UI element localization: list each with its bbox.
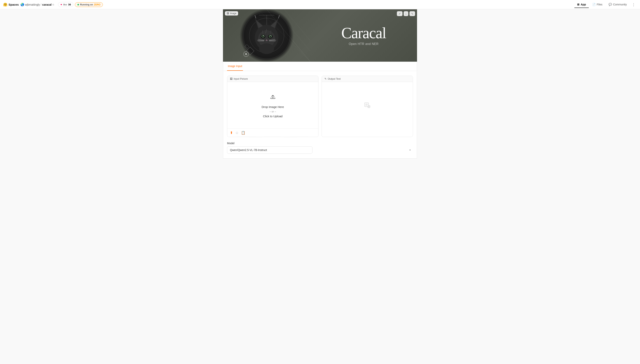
running-badge: Running on ZERO [75,2,103,7]
or-text: – or – [270,110,276,113]
like-label: like [63,3,67,6]
breadcrumb-repo: caracal [42,3,51,6]
breadcrumb-user: 🌏 wjbmattingly [20,3,40,6]
banner-label: 🖼 Image [225,11,238,16]
community-icon: 💬 [608,3,612,6]
output-icon: ✎ [324,77,327,80]
click-upload-text: Click to Upload [263,114,283,118]
output-panel: ✎ Output Text [322,76,413,137]
banner-subtitle: Open HTR and NER [349,42,379,46]
spaces-label: Spaces [9,3,19,6]
output-panel-body [322,82,413,128]
svg-point-26 [259,44,274,54]
output-panel-title: Output Text [328,77,341,80]
model-select-wrapper: Qwen/Qwen2.5-VL-7B-Instruct Qwen/Qwen2.5… [227,146,413,154]
banner-label-text: Image [230,12,236,15]
chevron-down-icon: ▾ [409,149,411,152]
tab-files[interactable]: 📄 Files [589,1,605,8]
svg-point-14 [263,35,264,36]
banner-left [223,9,310,62]
running-label: Running on [80,3,93,6]
svg-line-6 [279,15,280,18]
drop-text: Drop Image Here [262,105,284,108]
image-icon: 🖼 [227,12,229,15]
banner-image: Caracal Open HTR and NER [223,9,417,62]
running-platform: ZERO [94,3,100,6]
section-tabs: Image Input [223,62,417,71]
svg-rect-36 [368,106,370,108]
upload-icon [269,93,277,102]
download-button[interactable]: ↓ [404,11,408,16]
clipboard-footer-icon[interactable]: 📋 [241,131,245,135]
copy-icon[interactable]: ⧉ [52,3,54,6]
main-content: 🖼 Image ⤢ ↓ ⤡ [223,9,417,166]
svg-point-15 [270,35,271,36]
like-count: 36 [68,3,71,6]
tab-community[interactable]: 💬 Community [606,1,629,8]
breadcrumb: 🌏 wjbmattingly / caracal ⧉ [20,3,54,6]
io-area: 🖼 Input Picture Drop Image Here – or – C… [223,71,417,142]
topnav-right: ⊞ App 📄 Files 💬 Community ⋮ [574,1,637,8]
app-section: Image Input 🖼 Input Picture Drop I [223,62,417,158]
output-panel-header: ✎ Output Text [322,76,413,82]
input-panel-footer: ⬆ ☺ 📋 [227,128,318,137]
banner-container: 🖼 Image ⤢ ↓ ⤡ [223,9,417,62]
spaces-logo[interactable]: 🤗 Spaces [3,2,19,7]
share-button[interactable]: ⤡ [409,11,415,16]
emoji-footer-icon[interactable]: ☺ [235,131,239,135]
cat-illustration [245,14,288,57]
topnav: 🤗 Spaces 🌏 wjbmattingly / caracal ⧉ ♥ li… [0,0,640,9]
tab-community-label: Community [613,3,627,6]
model-select[interactable]: Qwen/Qwen2.5-VL-7B-Instruct Qwen/Qwen2.5… [227,146,312,154]
like-button[interactable]: ♥ like 36 [58,2,74,7]
breadcrumb-slash: / [41,3,42,6]
more-button[interactable]: ⋮ [630,1,637,8]
output-placeholder-icon [364,101,371,110]
banner-title: Caracal [341,25,386,41]
banner-actions: ⤢ ↓ ⤡ [397,11,415,16]
tab-files-label: Files [597,3,602,6]
tab-app-label: App [581,3,586,6]
breadcrumb-username: wjbmattingly [25,3,40,6]
heart-icon: ♥ [61,3,62,6]
app-icon: ⊞ [577,3,579,6]
svg-line-5 [255,15,256,18]
upload-footer-icon[interactable]: ⬆ [230,131,233,135]
banner-right: Caracal Open HTR and NER [310,21,417,50]
spaces-emoji: 🤗 [3,2,7,7]
tab-image-input[interactable]: Image Input [227,62,243,71]
model-section: Model Qwen/Qwen2.5-VL-7B-Instruct Qwen/Q… [223,142,417,158]
input-panel-header: 🖼 Input Picture [227,76,318,82]
image-input-icon: 🖼 [230,77,233,80]
input-panel-title: Input Picture [234,77,248,80]
running-dot [77,4,79,6]
input-panel-body[interactable]: Drop Image Here – or – Click to Upload [227,82,318,128]
input-panel[interactable]: 🖼 Input Picture Drop Image Here – or – C… [227,76,318,137]
user-emoji: 🌏 [20,3,24,6]
fullscreen-button[interactable]: ⤢ [397,11,402,16]
tab-app[interactable]: ⊞ App [574,1,589,8]
banner-wrapper: 🖼 Image ⤢ ↓ ⤡ [223,9,417,62]
topnav-left: 🤗 Spaces 🌏 wjbmattingly / caracal ⧉ ♥ li… [3,2,572,7]
files-icon: 📄 [592,3,595,6]
model-label: Model [227,142,413,145]
